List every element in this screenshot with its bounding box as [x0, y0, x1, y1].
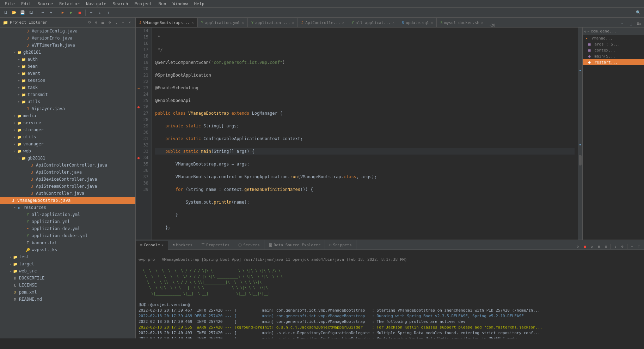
tree-item-siplayer[interactable]: J SipLayer.java [0, 105, 135, 112]
tree-item-media[interactable]: 📁 media [0, 112, 135, 119]
console-tab-close[interactable]: × [161, 243, 164, 247]
console-min[interactable]: － [629, 243, 635, 249]
tree-item-applicationdocker[interactable]: Y application-docker.yml [0, 232, 135, 239]
open-button[interactable]: 📂 [10, 9, 18, 16]
collapse-icon[interactable]: ⊖ [93, 20, 99, 25]
step-out[interactable]: ↑ [104, 9, 112, 16]
menu-file[interactable]: File [2, 1, 18, 7]
bottom-tab-properties[interactable]: ☰ Properties [197, 240, 234, 249]
tree-item-wvptimertask[interactable]: J WVPTimerTask.java [0, 42, 135, 49]
debug-button[interactable]: ▶ [59, 9, 67, 16]
sync-icon[interactable]: ⟳ [87, 20, 92, 25]
tree-item-allapplication[interactable]: Y all-application.yml [0, 211, 135, 218]
tree-item-dockerfile[interactable]: D DOCKERFILE [0, 275, 135, 282]
tree-item-authcontroller[interactable]: J AuthController.java [0, 190, 135, 197]
run-button[interactable]: ▶ [67, 9, 75, 16]
tree-item-apistream[interactable]: J ApiStreamController.java [0, 183, 135, 190]
tab-vmanagebootstrap[interactable]: J VManageBootstraps... × [136, 18, 198, 28]
console-settings[interactable]: ⚙ [619, 243, 626, 249]
struct-item-main[interactable]: ● main(S... [583, 53, 644, 59]
tab-close-mysqldocker[interactable]: × [481, 21, 483, 25]
editor-min-btn[interactable]: － [618, 20, 626, 27]
menu-run[interactable]: Run [156, 1, 169, 7]
tree-item-license[interactable]: L LICENSE [0, 282, 135, 289]
tab-applicationprop[interactable]: Y application-... × [248, 18, 298, 27]
tree-item-event[interactable]: 📁 event [0, 70, 135, 77]
tree-item-storager[interactable]: 📁 storager [0, 126, 135, 133]
struct-item-args[interactable]: ■ args : S... [583, 41, 644, 47]
tree-item-service[interactable]: 📁 service [0, 119, 135, 126]
struct-item-class[interactable]: ▸ VManag... [583, 35, 644, 41]
menu-refactor[interactable]: Refactor [56, 1, 82, 7]
tab-close-allapplication[interactable]: × [392, 21, 394, 25]
struct-icon-1[interactable]: ⚙ [584, 30, 586, 33]
search-btn[interactable]: 🔍 [634, 9, 642, 16]
bottom-tab-console[interactable]: ⌨ Console × [136, 241, 168, 250]
console-stop-btn[interactable]: ■ [582, 243, 588, 249]
editor-max-btn[interactable]: □ [627, 20, 635, 27]
tree-item-apidevice[interactable]: J ApiDeviceController.java [0, 176, 135, 183]
menu-edit[interactable]: Edit [18, 1, 34, 7]
tree-item-versionconfig[interactable]: J VersionConfig.java [0, 28, 135, 35]
bottom-tab-markers[interactable]: ⚑ Markers [168, 240, 197, 249]
console-clear-btn[interactable]: ⊘ [575, 243, 581, 249]
tab-updatesql[interactable]: S update.sql × [398, 18, 437, 27]
menu-window[interactable]: Window [170, 1, 190, 7]
tab-extra-count[interactable]: ~20 [487, 23, 497, 27]
menu-source[interactable]: Source [35, 1, 56, 7]
tab-close-vmanagebootstrap[interactable]: × [191, 21, 194, 25]
tree-item-wvpssljks[interactable]: 🔑 wvpssl.jks [0, 246, 135, 253]
console-scroll-lock[interactable]: ⇓ [612, 243, 619, 249]
tree-item-task[interactable]: 📁 task [0, 84, 135, 91]
editor-scrollbar[interactable] [578, 28, 582, 240]
undo-button[interactable]: ↩ [39, 9, 47, 16]
tree-item-bean[interactable]: 📁 bean [0, 63, 135, 70]
new-button[interactable]: 🗋 [2, 9, 10, 16]
tree-item-apicontrollerctrl[interactable]: J ApiControllerController.java [0, 162, 135, 169]
tab-close-updatesql[interactable]: × [431, 21, 433, 25]
filter-icon[interactable]: ☰ [100, 20, 106, 25]
tree-item-transmit[interactable]: 📁 transmit [0, 91, 135, 98]
tree-item-applicationdev[interactable]: ~ application-dev.yml [0, 225, 135, 232]
console-content[interactable]: wvp-pro - VManageBootstrap [Spring Boot … [136, 250, 644, 338]
stop-button[interactable]: ■ [76, 9, 84, 16]
tree-item-auth[interactable]: 📁 auth [0, 56, 135, 63]
explorer-close-icon[interactable]: × [127, 20, 133, 25]
tree-item-readmemd[interactable]: M README.md [0, 296, 135, 303]
bottom-tab-servers[interactable]: ⬡ Servers [234, 240, 264, 249]
minimize-icon[interactable]: － [120, 20, 126, 25]
struct-item-restart[interactable]: ● restart... [583, 59, 644, 65]
tree-item-vmanagebootstrap[interactable]: ▶ J VManageBootstrap.java [0, 197, 135, 204]
menu-help[interactable]: Help [191, 1, 207, 7]
tree-item-utils[interactable]: 📁 utils [0, 98, 135, 105]
bottom-tab-snippets[interactable]: ✂ Snippets [325, 240, 356, 249]
step-into[interactable]: ↓ [96, 9, 104, 16]
struct-item-context[interactable]: ■ contex... [583, 47, 644, 53]
menu-search[interactable]: Search [110, 1, 131, 7]
console-restart-btn[interactable]: ↺ [589, 243, 595, 249]
tab-close-applicationprop[interactable]: × [292, 21, 294, 25]
menu-project[interactable]: Project [131, 1, 155, 7]
code-content[interactable]: * */ @ServletComponentScan("com.genersof… [152, 28, 578, 240]
console-collapse-btn[interactable]: ⊟ [603, 243, 609, 249]
tree-item-applicationyml[interactable]: Y application.yml [0, 218, 135, 225]
step-over[interactable]: → [87, 9, 95, 16]
tab-close-apicontroller[interactable]: × [342, 21, 344, 25]
console-max[interactable]: □ [636, 243, 642, 249]
save-button[interactable]: 💾 [19, 9, 26, 16]
tree-item-test[interactable]: 📁 test [0, 253, 135, 260]
tree-item-web[interactable]: 📁 web [0, 148, 135, 155]
menu-navigate[interactable]: Navigate [83, 1, 109, 7]
tree-item-versioninfo[interactable]: J VersionInfo.java [0, 35, 135, 42]
console-open-btn[interactable]: ⊞ [596, 243, 602, 249]
tree-item-bannertxt[interactable]: T banner.txt [0, 239, 135, 246]
gear-icon[interactable]: ⚙ [107, 20, 112, 25]
tree-item-vmanager[interactable]: 📁 vmanager [0, 140, 135, 148]
tree-item-utils2[interactable]: 📁 utils [0, 133, 135, 140]
tree-item-gb28181-2[interactable]: 📁 gb28181 [0, 155, 135, 162]
bottom-tab-datasource[interactable]: 🗄 Data Source Explorer [264, 240, 325, 249]
tree-item-pomxml[interactable]: X pom.xml [0, 289, 135, 296]
tab-close-applicationyml[interactable]: × [242, 21, 244, 25]
tab-applicationyml[interactable]: Y application.yml × [198, 18, 248, 27]
tree-item-websrc[interactable]: 📁 web_src [0, 267, 135, 275]
